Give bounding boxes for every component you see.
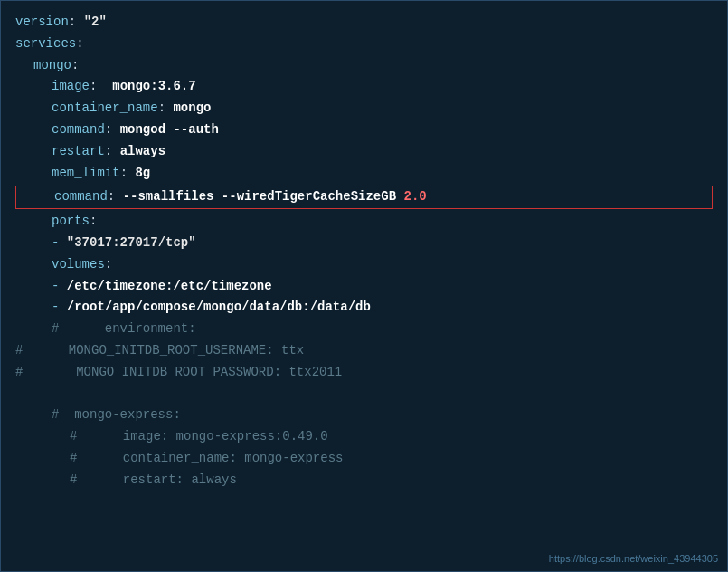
comment-restart-express: # restart: always [70, 472, 237, 487]
comment-image-express: # image: mongo-express:0.49.0 [70, 429, 328, 443]
line-comment-mongo-express: # mongo-express: [15, 405, 713, 426]
comment-password: # MONGO_INITDB_ROOT_PASSWORD: ttx2011 [15, 365, 342, 379]
value-port: "37017:27017/tcp" [67, 235, 196, 250]
line-volume2: - /root/app/compose/mongo/data/db:/data/… [15, 297, 713, 319]
key-command2: command [54, 189, 108, 204]
value-image: mongo:3.6.7 [112, 79, 195, 93]
line-container-name: container_name: mongo [15, 98, 713, 119]
value-command2-prefix: --smallfiles --wiredTigerCacheSizeGB [123, 189, 404, 204]
code-editor: version: "2" services: mongo: image: mon… [0, 0, 728, 572]
value-version: "2" [84, 14, 107, 29]
line-restart: restart: always [15, 141, 713, 163]
line-mongo: mongo: [15, 55, 713, 77]
dash-ports: - [52, 235, 67, 250]
value-volume2: /root/app/compose/mongo/data/db:/data/db [67, 300, 371, 314]
value-command2-number: 2.0 [403, 189, 426, 204]
key-restart: restart [52, 144, 105, 158]
code-content: version: "2" services: mongo: image: mon… [1, 1, 727, 502]
line-version: version: "2" [15, 12, 713, 33]
line-volume1: - /etc/timezone:/etc/timezone [15, 276, 713, 298]
key-mem-limit: mem_limit [52, 166, 120, 180]
comment-container-express: # container_name: mongo-express [70, 451, 343, 465]
line-command-highlighted: command: --smallfiles --wiredTigerCacheS… [15, 186, 713, 209]
key-volumes: volumes [52, 257, 105, 272]
key-version: version [15, 14, 69, 29]
comment-mongo-express: # mongo-express: [52, 407, 181, 422]
key-mongo: mongo [33, 58, 71, 72]
value-container-name: mongo [173, 100, 211, 115]
key-command1: command [52, 122, 105, 137]
line-comment-image-express: # image: mongo-express:0.49.0 [15, 426, 713, 448]
line-comment-restart-express: # restart: always [15, 470, 713, 491]
key-container-name: container_name [52, 100, 158, 115]
line-mem-limit: mem_limit: 8g [15, 163, 713, 185]
line-port-value: - "37017:27017/tcp" [15, 233, 713, 254]
value-mem-limit: 8g [135, 166, 150, 180]
line-comment-env: # environment: [15, 319, 713, 340]
line-volumes: volumes: [15, 254, 713, 276]
key-services: services [15, 36, 76, 51]
line-image: image: mongo:3.6.7 [15, 76, 713, 98]
line-comment-username: # MONGO_INITDB_ROOT_USERNAME: ttx [15, 340, 713, 362]
comment-environment: # environment: [52, 321, 196, 336]
line-comment-password: # MONGO_INITDB_ROOT_PASSWORD: ttx2011 [15, 362, 713, 384]
value-volume1: /etc/timezone:/etc/timezone [67, 279, 272, 293]
key-ports: ports [52, 214, 90, 228]
line-ports: ports: [15, 211, 713, 233]
value-restart: always [120, 144, 165, 158]
dash-volume1: - [52, 279, 67, 293]
line-empty [15, 384, 713, 405]
watermark: https://blog.csdn.net/weixin_43944305 [549, 553, 718, 564]
dash-volume2: - [52, 300, 67, 314]
key-image: image [52, 79, 90, 93]
value-command1: mongod --auth [120, 122, 219, 137]
line-command1: command: mongod --auth [15, 119, 713, 141]
line-comment-container-express: # container_name: mongo-express [15, 448, 713, 470]
line-services: services: [15, 33, 713, 55]
comment-username: # MONGO_INITDB_ROOT_USERNAME: ttx [15, 343, 304, 358]
